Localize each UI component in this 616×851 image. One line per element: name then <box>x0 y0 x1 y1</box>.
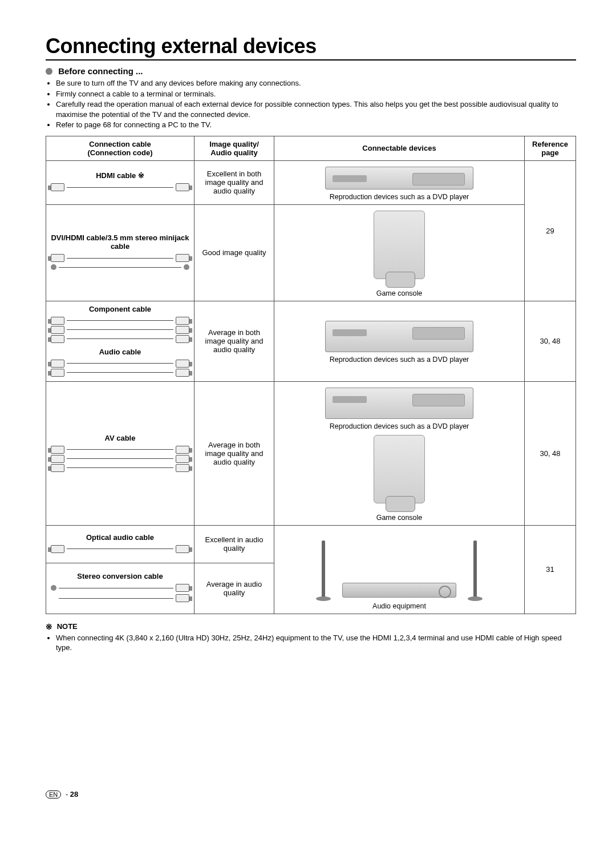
dvi-cable-label: DVI/HDMI cable/3.5 mm stereo minijack ca… <box>51 233 189 251</box>
page-number: 28 <box>70 790 78 798</box>
optical-quality: Excellent in audio quality <box>194 525 274 563</box>
hdmi-cable-label: HDMI cable ※ <box>51 171 189 180</box>
dvd-vcr-icon <box>325 321 473 352</box>
av-quality: Average in both image quality and audio … <box>194 381 274 525</box>
av-device-caption-1: Reproduction devices such as a DVD playe… <box>279 422 520 430</box>
audio-cable-label: Audio cable <box>51 348 189 356</box>
before-heading-text: Before connecting ... <box>58 66 143 76</box>
before-bullet: Firmly connect a cable to a terminal or … <box>56 89 576 99</box>
before-bullet: Carefully read the operation manual of e… <box>56 99 576 119</box>
hdmi-device-caption: Reproduction devices such as a DVD playe… <box>279 193 520 201</box>
header-image-audio-quality: Image quality/ Audio quality <box>194 136 274 160</box>
optical-cable-icon <box>51 545 189 553</box>
ref-page-av: 30, 48 <box>525 381 576 525</box>
component-cable-icon <box>51 317 189 343</box>
dvi-device-caption: Game console <box>279 289 520 297</box>
hdmi-cable-icon <box>51 183 189 191</box>
dvi-quality: Good image quality <box>194 204 274 301</box>
before-connecting-heading: Before connecting ... <box>46 66 576 76</box>
ref-page-component: 30, 48 <box>525 301 576 381</box>
hdmi-quality: Excellent in both image quality and audi… <box>194 160 274 204</box>
table-row: HDMI cable ※ Excellent in both image qua… <box>46 160 576 204</box>
note-heading: ※ ※ NOTENOTE <box>46 622 576 631</box>
audio-equipment-icon <box>279 529 520 598</box>
stereo-cable-label: Stereo conversion cable <box>51 572 189 580</box>
optical-cable-label: Optical audio cable <box>51 533 189 542</box>
dvd-vcr-icon <box>325 388 473 419</box>
table-row: Component cable Audio cable Average in b… <box>46 301 576 381</box>
game-console-icon <box>374 435 425 503</box>
component-quality: Average in both image quality and audio … <box>194 301 274 381</box>
component-device-caption: Reproduction devices such as a DVD playe… <box>279 356 520 364</box>
before-bullet-list: Be sure to turn off the TV and any devic… <box>56 78 576 130</box>
minijack-cable-icon <box>51 264 189 270</box>
note-list: When connecting 4K (3,840 x 2,160 (Ultra… <box>56 633 576 653</box>
language-badge: EN <box>46 790 61 798</box>
table-row: Optical audio cable Excellent in audio q… <box>46 525 576 563</box>
stereo-cable-icon <box>51 584 189 592</box>
title-rule <box>46 59 576 61</box>
header-reference-page: Reference page <box>525 136 576 160</box>
stereo-cable-icon <box>51 594 189 602</box>
dvd-player-icon <box>325 167 473 189</box>
av-device-caption-2: Game console <box>279 514 520 522</box>
page-footer: EN - 28 <box>46 790 576 798</box>
header-connectable-devices: Connectable devices <box>274 136 525 160</box>
av-cable-label: AV cable <box>51 434 189 442</box>
header-connection-cable: Connection cable (Connection code) <box>46 136 194 160</box>
footer-sep: - <box>66 790 70 798</box>
table-row: DVI/HDMI cable/3.5 mm stereo minijack ca… <box>46 204 576 301</box>
connection-table: Connection cable (Connection code) Image… <box>46 136 576 614</box>
before-bullet: Refer to page 68 for connecting a PC to … <box>56 120 576 130</box>
note-item: When connecting 4K (3,840 x 2,160 (Ultra… <box>56 633 576 653</box>
note-mark-icon: ※ <box>46 622 52 631</box>
ref-page-audio: 31 <box>525 525 576 614</box>
stereo-quality: Average in audio quality <box>194 563 274 614</box>
table-row: AV cable Average in both image quality a… <box>46 381 576 525</box>
dvi-cable-icon <box>51 254 189 262</box>
audio-equipment-caption: Audio equipment <box>279 602 520 610</box>
ref-page-hdmi-dvi: 29 <box>525 160 576 301</box>
component-cable-label: Component cable <box>51 305 189 313</box>
page-title: Connecting external devices <box>46 34 576 58</box>
audio-cable-icon <box>51 360 189 377</box>
before-bullet: Be sure to turn off the TV and any devic… <box>56 78 576 88</box>
av-cable-icon <box>51 446 189 472</box>
game-console-icon <box>374 211 425 279</box>
bullet-dot-icon <box>46 68 52 75</box>
